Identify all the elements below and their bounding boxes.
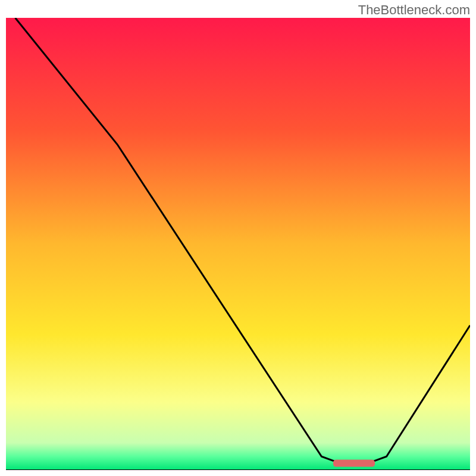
chart-background [6, 18, 470, 470]
chart-svg [6, 18, 470, 470]
watermark-text: TheBottleneck.com [358, 2, 470, 18]
optimal-marker [333, 460, 375, 467]
chart-plot-area [6, 18, 470, 470]
